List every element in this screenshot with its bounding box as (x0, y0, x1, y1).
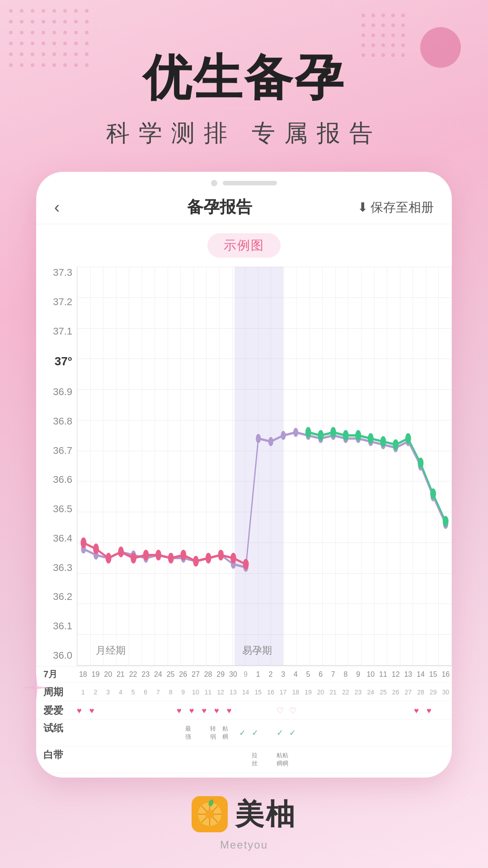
svg-point-45 (318, 430, 324, 441)
chart-plot: 月经期 易孕期 (77, 267, 452, 666)
svg-point-53 (418, 458, 423, 468)
svg-point-30 (80, 538, 86, 548)
y-label-360: 36.0 (45, 650, 72, 661)
week-row: 周期 1 2 3 4 5 6 7 8 9 10 11 12 13 14 15 1… (36, 683, 452, 701)
svg-point-31 (93, 543, 99, 554)
test-strip-row: 试纸 最强 转弱 粘稠 ✓ ✓ ✓ ✓ (36, 720, 452, 746)
demo-badge-wrapper: 示例图 (36, 224, 452, 262)
back-button[interactable]: ‹ (54, 198, 81, 217)
svg-point-50 (380, 436, 386, 447)
test-strip-content: 最强 转弱 粘稠 ✓ ✓ ✓ ✓ (77, 722, 452, 744)
y-label-373: 37.3 (45, 267, 72, 278)
sparkle-decoration (20, 672, 52, 705)
svg-point-33 (118, 547, 124, 557)
svg-point-40 (206, 553, 211, 564)
brand-name: Meetyou (220, 839, 268, 851)
love-content: ♥ ♥ ♥ ♥ ♥ ♥ ♥ ♡ ♡ ♥ ♥ (77, 707, 452, 715)
svg-point-32 (106, 553, 112, 564)
save-button[interactable]: ⬇ 保存至相册 (357, 199, 434, 216)
y-label-371: 37.1 (45, 326, 72, 337)
svg-point-39 (193, 556, 199, 566)
svg-point-44 (305, 427, 311, 438)
logo-row: 美柚 (192, 795, 296, 834)
svg-marker-64 (23, 674, 50, 701)
svg-point-54 (430, 488, 436, 499)
discharge-content: 拉丝 粘粘稠稠 (77, 748, 452, 771)
y-label-367: 36.7 (45, 445, 72, 457)
bottom-logo: 美柚 Meetyou (0, 778, 488, 868)
y-label-363: 36.3 (45, 562, 72, 574)
sub-heading: 科学测排 专属报告 (0, 118, 488, 149)
date-row: 7月 18 19 20 21 22 23 24 25 26 27 28 29 3… (36, 666, 452, 683)
test-strip-label: 试纸 (36, 722, 77, 735)
main-heading: 优生备孕 (0, 45, 488, 111)
app-name: 美柚 (235, 795, 296, 834)
date-content: 18 19 20 21 22 23 24 25 26 27 28 29 30 9… (77, 670, 452, 679)
notch-dot (211, 180, 217, 186)
svg-point-38 (180, 550, 186, 561)
discharge-label: 白带 (36, 748, 77, 762)
love-label: 爱爱 (36, 704, 77, 717)
svg-point-34 (131, 553, 136, 564)
y-label-365: 36.5 (45, 503, 72, 515)
discharge-row: 白带 拉丝 粘粘稠稠 (36, 746, 452, 773)
svg-point-43 (243, 559, 249, 570)
data-rows: 7月 18 19 20 21 22 23 24 25 26 27 28 29 3… (36, 666, 452, 778)
svg-point-47 (343, 430, 349, 441)
y-label-362: 36.2 (45, 591, 72, 603)
svg-point-46 (330, 427, 336, 438)
y-label-37: 37° (45, 354, 72, 368)
notch-bar (223, 181, 277, 185)
chart-inner: 37.3 37.2 37.1 37° 36.9 36.8 36.7 36.6 3… (36, 267, 452, 666)
love-row: 爱爱 ♥ ♥ ♥ ♥ ♥ ♥ ♥ ♡ ♡ ♥ ♥ (36, 701, 452, 720)
phone-notch (36, 172, 452, 191)
app-logo-icon (192, 796, 228, 832)
svg-point-37 (168, 553, 174, 564)
svg-point-49 (368, 433, 374, 444)
app-header: ‹ 备孕报告 ⬇ 保存至相册 (36, 191, 452, 224)
y-label-366: 36.6 (45, 474, 72, 486)
svg-point-62 (205, 810, 214, 819)
y-axis: 37.3 37.2 37.1 37° 36.9 36.8 36.7 36.6 3… (36, 267, 77, 666)
header-title: 备孕报告 (81, 196, 357, 218)
save-icon: ⬇ (357, 200, 368, 215)
svg-point-16 (281, 431, 286, 440)
y-label-361: 36.1 (45, 620, 72, 632)
y-label-369: 36.9 (45, 386, 72, 398)
svg-point-14 (256, 434, 261, 443)
chart-svg (77, 267, 452, 665)
svg-point-52 (405, 433, 411, 444)
y-label-372: 37.2 (45, 296, 72, 308)
svg-point-48 (355, 430, 361, 441)
save-label: 保存至相册 (371, 199, 434, 216)
svg-point-51 (393, 439, 399, 450)
svg-point-55 (443, 516, 449, 527)
svg-point-35 (143, 550, 149, 561)
svg-point-15 (268, 437, 273, 446)
demo-badge: 示例图 (207, 233, 281, 258)
svg-point-41 (218, 550, 224, 561)
y-label-368: 36.8 (45, 415, 72, 427)
svg-point-17 (293, 428, 298, 437)
y-label-364: 36.4 (45, 533, 72, 544)
phone-mockup: ‹ 备孕报告 ⬇ 保存至相册 示例图 37.3 37.2 37.1 37° 36… (36, 172, 452, 778)
chart-area: 37.3 37.2 37.1 37° 36.9 36.8 36.7 36.6 3… (36, 262, 452, 666)
svg-point-36 (155, 550, 161, 561)
svg-point-42 (230, 553, 236, 564)
week-content: 1 2 3 4 5 6 7 8 9 10 11 12 13 14 15 16 1… (77, 689, 452, 696)
